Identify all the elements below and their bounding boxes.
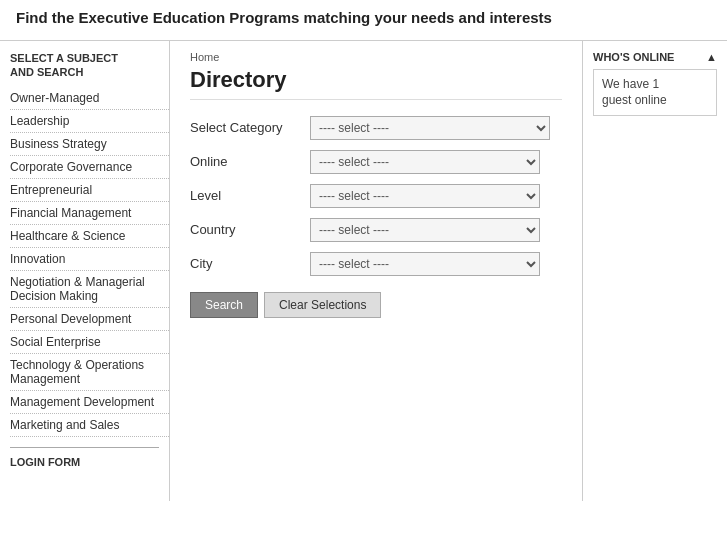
whos-online-line2: guest online: [602, 93, 667, 107]
form-label-1: Online: [190, 154, 310, 169]
form-label-0: Select Category: [190, 120, 310, 135]
sidebar-item-2[interactable]: Business Strategy: [10, 133, 169, 155]
search-button[interactable]: Search: [190, 292, 258, 318]
header-title: Find the Executive Education Programs ma…: [16, 8, 711, 28]
sidebar-item-5[interactable]: Financial Management: [10, 202, 169, 224]
sidebar-section-title: SELECT A SUBJECT AND SEARCH: [10, 51, 169, 80]
directory-form: Select Category---- select ----Online---…: [190, 116, 562, 276]
form-label-4: City: [190, 256, 310, 271]
form-select-2[interactable]: ---- select ----: [310, 184, 540, 208]
form-select-4[interactable]: ---- select ----: [310, 252, 540, 276]
right-panel: WHO'S ONLINE ▲ We have 1 guest online: [582, 41, 727, 501]
clear-button[interactable]: Clear Selections: [264, 292, 381, 318]
sidebar-item-0[interactable]: Owner-Managed: [10, 87, 169, 109]
sidebar-item-7[interactable]: Innovation: [10, 248, 169, 270]
whos-online-title-text: WHO'S ONLINE: [593, 51, 674, 63]
sidebar-item-10[interactable]: Social Enterprise: [10, 331, 169, 353]
whos-online-toggle[interactable]: ▲: [706, 51, 717, 63]
breadcrumb-home[interactable]: Home: [190, 51, 219, 63]
sidebar-nav: Owner-ManagedLeadershipBusiness Strategy…: [10, 87, 169, 437]
sidebar-item-1[interactable]: Leadership: [10, 110, 169, 132]
page-title: Directory: [190, 67, 562, 100]
sidebar-item-12[interactable]: Management Development: [10, 391, 169, 413]
sidebar-item-9[interactable]: Personal Development: [10, 308, 169, 330]
breadcrumb: Home: [190, 51, 562, 63]
sidebar-item-3[interactable]: Corporate Governance: [10, 156, 169, 178]
form-actions: Search Clear Selections: [190, 292, 562, 318]
form-select-1[interactable]: ---- select ----: [310, 150, 540, 174]
layout: SELECT A SUBJECT AND SEARCH Owner-Manage…: [0, 41, 727, 501]
main-content: Home Directory Select Category---- selec…: [170, 41, 582, 501]
sidebar-item-13[interactable]: Marketing and Sales: [10, 414, 169, 436]
sidebar-item-6[interactable]: Healthcare & Science: [10, 225, 169, 247]
sidebar-item-4[interactable]: Entrepreneurial: [10, 179, 169, 201]
form-select-3[interactable]: ---- select ----: [310, 218, 540, 242]
whos-online-header: WHO'S ONLINE ▲: [593, 51, 717, 63]
sidebar-item-11[interactable]: Technology & Operations Management: [10, 354, 169, 390]
sidebar-item-8[interactable]: Negotiation & Managerial Decision Making: [10, 271, 169, 307]
whos-online-box: We have 1 guest online: [593, 69, 717, 117]
login-form-title: LOGIN FORM: [10, 456, 169, 468]
form-select-0[interactable]: ---- select ----: [310, 116, 550, 140]
sidebar: SELECT A SUBJECT AND SEARCH Owner-Manage…: [0, 41, 170, 501]
header: Find the Executive Education Programs ma…: [0, 0, 727, 41]
form-label-2: Level: [190, 188, 310, 203]
whos-online-line1: We have 1: [602, 77, 659, 91]
sidebar-divider: [10, 447, 159, 448]
form-label-3: Country: [190, 222, 310, 237]
